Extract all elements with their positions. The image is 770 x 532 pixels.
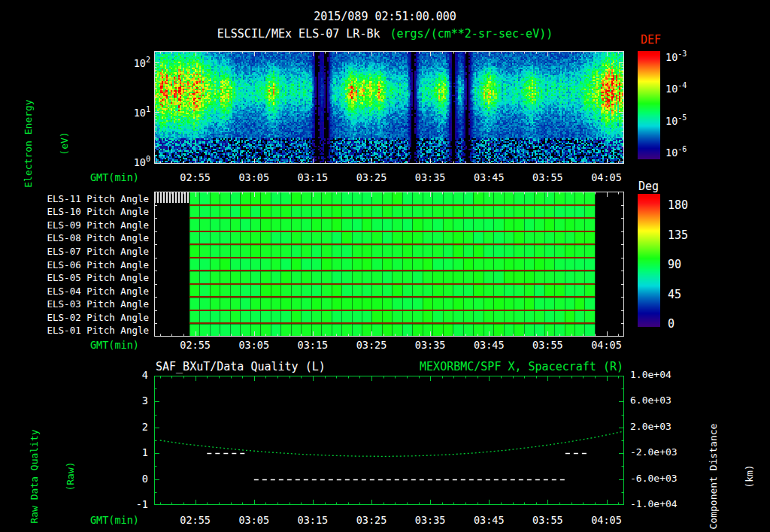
distance-right-tick-label: 1.0e+04: [630, 369, 671, 380]
distance-right-tick-label: -2.0e+03: [630, 446, 678, 458]
quality-left-tick-label: 3: [113, 394, 148, 407]
distance-right-axis-label-line1: Component Distance: [708, 394, 720, 532]
energy-tick-exp: 2: [146, 56, 150, 64]
gmt-axis-label-middle: GMT(min): [71, 339, 139, 351]
def-tick-exp: -4: [678, 81, 687, 89]
def-tick-exp: -6: [678, 145, 687, 153]
def-tick-base: 10: [665, 51, 678, 63]
energy-tick-base: 10: [134, 107, 146, 119]
time-tick-label: 02:55: [173, 514, 218, 526]
deg-colorbar-tick-label: 90: [668, 258, 681, 271]
time-tick-label: 03:45: [466, 171, 511, 183]
quality-left-tick-label: -1: [113, 498, 148, 510]
pitch-row-label: ELS-10 Pitch Angle: [29, 206, 149, 217]
time-tick-label: 02:55: [173, 339, 218, 351]
pitch-row-label: ELS-05 Pitch Angle: [29, 272, 149, 283]
time-tick-label: 04:05: [584, 171, 629, 183]
pitch-row-label: ELS-09 Pitch Angle: [29, 219, 149, 231]
pitch-row-label: ELS-03 Pitch Angle: [29, 298, 149, 310]
plot-datetime-title: 2015/089 02:51:00.000: [0, 10, 770, 23]
time-tick-label: 03:05: [232, 339, 277, 351]
deg-colorbar-tick-label: 135: [668, 228, 688, 242]
deg-colorbar-tick-label: 45: [668, 288, 681, 301]
energy-tick-label: 102: [105, 56, 150, 69]
energy-tick-base: 10: [134, 57, 146, 69]
def-colorbar-title: DEF: [641, 33, 661, 47]
time-tick-label: 03:55: [525, 514, 570, 526]
distance-right-tick-label: -6.0e+03: [630, 473, 678, 484]
def-tick-exp: -5: [678, 113, 687, 122]
energy-tick-exp: 1: [146, 105, 150, 113]
time-tick-label: 03:25: [349, 339, 394, 351]
def-colorbar: [638, 51, 660, 159]
quality-left-tick-label: 2: [113, 421, 148, 433]
distance-right-tick-label: -1.0e+04: [630, 498, 678, 509]
energy-tick-label: 101: [105, 105, 150, 119]
pitch-angle-canvas: [154, 192, 624, 337]
gmt-axis-label-top: GMT(min): [71, 171, 139, 183]
quality-right-series-title: MEXORBMC/SPF X, Spacecraft (R): [154, 360, 623, 373]
time-tick-label: 03:15: [290, 514, 335, 526]
pitch-row-label: ELS-11 Pitch Angle: [29, 193, 149, 204]
def-tick-base: 10: [665, 146, 678, 158]
time-tick-label: 03:05: [232, 514, 277, 526]
pitch-row-label: ELS-08 Pitch Angle: [29, 232, 149, 243]
def-colorbar-tick-label: 10-4: [665, 81, 687, 95]
time-tick-label: 03:35: [408, 514, 453, 526]
time-tick-label: 03:55: [525, 339, 570, 351]
time-tick-label: 03:05: [232, 171, 277, 183]
time-tick-label: 03:35: [408, 171, 453, 183]
pitch-row-label: ELS-01 Pitch Angle: [29, 325, 149, 336]
spectrogram-canvas: [154, 51, 624, 164]
els-summary-plot: 2015/089 02:51:00.000 ELSSCIL/MEx ELS-07…: [0, 0, 770, 532]
time-tick-label: 03:15: [290, 171, 335, 183]
quality-left-tick-label: 4: [113, 369, 148, 381]
quality-left-axis-label-line1: Raw Data Quality: [29, 394, 41, 532]
energy-tick-label: 100: [105, 155, 150, 168]
subtitle-units-label: (ergs/(cm**2-sr-sec-eV)): [390, 27, 553, 41]
deg-colorbar: [638, 194, 660, 327]
def-colorbar-tick-label: 10-5: [665, 113, 687, 127]
deg-colorbar-tick-label: 180: [668, 198, 688, 212]
pitch-row-label: ELS-07 Pitch Angle: [29, 246, 149, 257]
def-tick-base: 10: [665, 114, 678, 126]
pitch-row-label: ELS-02 Pitch Angle: [29, 312, 149, 323]
distance-right-axis-label: Component Distance (km): [684, 394, 770, 532]
gmt-axis-label-bottom: GMT(min): [71, 514, 139, 526]
quality-left-axis-label: Raw Data Quality (Raw): [5, 394, 101, 532]
quality-left-axis-label-line2: (Raw): [65, 394, 77, 532]
time-tick-label: 03:55: [525, 171, 570, 183]
distance-right-axis-label-line2: (km): [744, 394, 756, 532]
time-tick-label: 03:25: [349, 514, 394, 526]
time-tick-label: 03:45: [466, 339, 511, 351]
energy-tick-exp: 0: [146, 155, 150, 163]
def-tick-exp: -3: [678, 50, 687, 58]
def-tick-base: 10: [665, 83, 678, 95]
time-tick-label: 03:25: [349, 171, 394, 183]
time-tick-label: 03:45: [466, 514, 511, 526]
time-tick-label: 02:55: [173, 171, 218, 183]
time-tick-label: 03:35: [408, 339, 453, 351]
distance-right-tick-label: 6.0e+03: [630, 394, 671, 406]
quality-left-tick-label: 1: [113, 446, 148, 458]
deg-colorbar-title: Deg: [638, 180, 659, 193]
subtitle-source-label: ELSSCIL/MEx ELS-07 LR-Bk: [217, 27, 380, 41]
energy-tick-base: 10: [134, 156, 146, 168]
distance-right-tick-label: 2.0e+03: [630, 421, 671, 432]
def-colorbar-tick-label: 10-3: [665, 50, 687, 63]
def-colorbar-tick-label: 10-6: [665, 145, 687, 159]
time-tick-label: 03:15: [290, 339, 335, 351]
time-tick-label: 04:05: [584, 339, 629, 351]
pitch-row-label: ELS-06 Pitch Angle: [29, 259, 149, 271]
quality-distance-canvas: [154, 376, 624, 505]
time-tick-label: 04:05: [584, 514, 629, 526]
pitch-row-label: ELS-04 Pitch Angle: [29, 286, 149, 297]
quality-left-tick-label: 0: [113, 473, 148, 485]
deg-colorbar-tick-label: 0: [668, 317, 675, 331]
